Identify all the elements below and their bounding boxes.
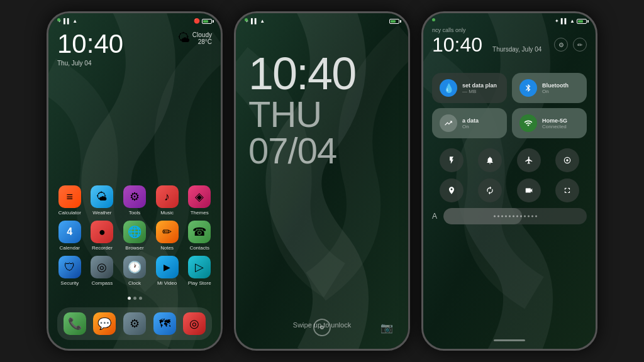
weather-widget: 🌤 Cloudy 28°C [177, 31, 212, 45]
cc-mobiledata-sub: On [462, 124, 499, 129]
app-themes[interactable]: ◈ Themes [184, 185, 214, 216]
dock-camera-icon: ◎ [183, 312, 206, 335]
calculator-icon: ≡ [58, 185, 81, 208]
cc-edit-icon[interactable]: ✏ [573, 38, 587, 52]
fingerprint-dot [320, 326, 324, 329]
cc-brightness-label: A [432, 212, 437, 221]
cc-buttons-row1 [432, 148, 587, 172]
bd5 [509, 216, 511, 217]
dock-maps[interactable]: 🗺 [153, 312, 176, 335]
cc-notification-text: ncy calls only [432, 27, 587, 33]
page-dots [48, 297, 221, 300]
cc-rotate-btn[interactable] [478, 178, 502, 202]
dock-phone[interactable]: 📞 [64, 312, 86, 335]
notes-label: Notes [160, 245, 174, 251]
dock-system[interactable]: ⚙ [123, 312, 146, 335]
app-notes[interactable]: ✏ Notes [152, 221, 182, 251]
cc-data-sub: — MB [462, 89, 499, 94]
app-playstore[interactable]: ▷ Play Store [184, 256, 214, 286]
weather-app-label: Weather [92, 210, 111, 216]
app-weather[interactable]: 🌤 Weather [87, 185, 118, 216]
bd7 [516, 216, 518, 217]
recorder-label: Recorder [92, 245, 113, 251]
dock-system-icon: ⚙ [123, 312, 146, 335]
bd2 [497, 216, 499, 217]
battery-indicator [202, 19, 212, 24]
browser-icon: 🌐 [123, 221, 146, 243]
contacts-label: Contacts [189, 245, 209, 251]
cc-bell-btn[interactable] [478, 148, 502, 172]
app-compass[interactable]: ◎ Compass [87, 256, 118, 286]
app-tools[interactable]: ⚙ Tools [119, 185, 150, 216]
cc-airplane-btn[interactable] [517, 148, 541, 172]
cc-nfc-btn[interactable] [555, 148, 579, 172]
app-calculator[interactable]: ≡ Calculator [55, 185, 85, 216]
music-icon: ♪ [156, 185, 179, 208]
calculator-label: Calculator [58, 210, 81, 216]
app-browser[interactable]: 🌐 Browser [119, 221, 150, 251]
bd1 [494, 216, 496, 217]
security-icon: 🛡 [58, 256, 81, 278]
cc-brightness-row: A [432, 208, 587, 224]
cc-settings-icon[interactable]: ⚙ [554, 38, 568, 52]
dock: 📞 💬 ⚙ 🗺 ◎ [57, 307, 212, 340]
cc-mobiledata-icon [440, 114, 457, 132]
cc-buttons-row2 [432, 178, 587, 202]
cc-tile-data[interactable]: 💧 set data plan — MB [432, 73, 507, 103]
wifi-icon-3: ▲ [570, 18, 575, 24]
cc-wifi-title: Home-5G [542, 118, 579, 124]
app-mivideo[interactable]: ▶ Mi Video [152, 256, 182, 286]
fingerprint-button[interactable] [313, 319, 331, 336]
mivideo-label: Mi Video [157, 280, 177, 286]
wifi-icon-2: ▲ [260, 18, 265, 24]
cc-tile-mobiledata[interactable]: a data On [432, 108, 507, 138]
cc-time: 10:40 [432, 35, 482, 55]
music-label: Music [160, 210, 174, 216]
dot-3 [139, 297, 142, 300]
dock-messages-icon: 💬 [93, 312, 116, 335]
dock-camera[interactable]: ◎ [183, 312, 206, 335]
clock-icon: 🕐 [123, 256, 146, 278]
cc-expand-btn[interactable] [555, 178, 579, 202]
bd6 [513, 216, 514, 217]
bt-icon-3: ✦ [555, 18, 559, 24]
cc-location-btn[interactable] [440, 178, 464, 202]
app-clock[interactable]: 🕐 Clock [119, 256, 150, 286]
cc-data-icon: 💧 [440, 79, 457, 97]
app-music[interactable]: ♪ Music [152, 185, 182, 216]
clock-label: Clock [128, 280, 141, 286]
cc-tile-bluetooth[interactable]: Bluetooth On [512, 73, 587, 103]
dock-messages[interactable]: 💬 [93, 312, 116, 335]
security-label: Security [60, 280, 79, 286]
phone-home: ✦ ▌▌ ▲ 🔴 10:40 Thu, July 04 🌤 Cloudy [47, 11, 223, 351]
clock-widget: 10:40 Thu, July 04 🌤 Cloudy 28°C [57, 31, 212, 67]
app-calendar[interactable]: 4 Calendar [55, 221, 85, 251]
mivideo-icon: ▶ [156, 256, 179, 278]
cc-mobiledata-title: a data [462, 118, 499, 124]
cc-bluetooth-info: Bluetooth On [542, 82, 579, 94]
notes-icon: ✏ [156, 221, 179, 243]
phone-lockscreen: ✦ ▌▌ ▲ 10:40 THU 07/04 Swipe up to unloc… [234, 11, 410, 351]
cc-tiles: 💧 set data plan — MB Bluetooth On [432, 73, 587, 138]
signal-icon-3: ▌▌ [561, 18, 568, 24]
app-security[interactable]: 🛡 Security [55, 256, 85, 286]
bd9 [524, 216, 526, 217]
app-contacts[interactable]: ☎ Contacts [184, 221, 214, 251]
home-date: Thu, July 04 [57, 60, 123, 67]
app-recorder[interactable]: ● Recorder [87, 221, 118, 251]
cc-video-btn[interactable] [517, 178, 541, 202]
dock-phone-icon: 📞 [64, 312, 86, 335]
cc-brightness-slider[interactable] [443, 208, 587, 224]
phone-control-center: ✦ ▌▌ ▲ ncy calls only 10:40 Thursday, Ju… [421, 11, 597, 351]
home-time: 10:40 [57, 31, 123, 57]
lock-camera-button[interactable]: 📷 [380, 322, 393, 334]
dock-maps-icon: 🗺 [153, 312, 176, 335]
cc-flashlight-btn[interactable] [440, 148, 464, 172]
cc-tile-wifi[interactable]: Home-5G Connected [512, 108, 587, 138]
browser-label: Browser [125, 245, 143, 251]
cc-brightness-dots [443, 216, 587, 217]
bd4 [505, 216, 507, 217]
cc-bluetooth-sub: On [542, 89, 579, 94]
cc-header-icons: ⚙ ✏ [554, 38, 587, 52]
compass-label: Compass [91, 280, 113, 286]
